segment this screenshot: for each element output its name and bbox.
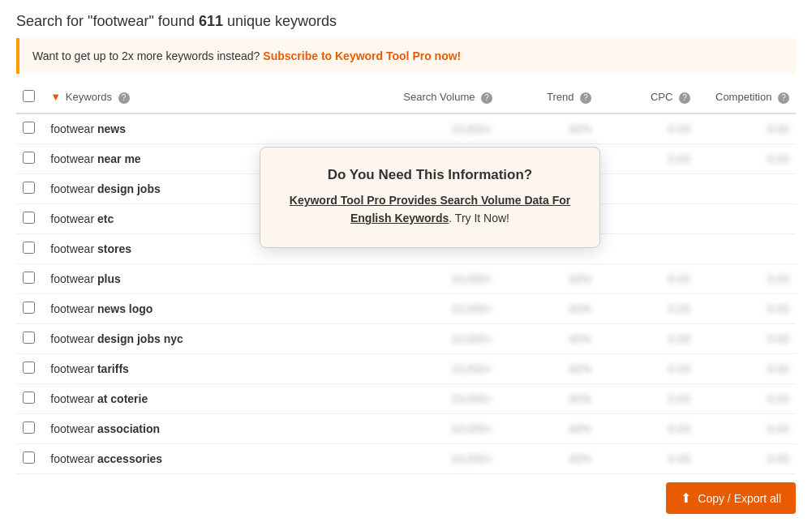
trend-cell: 40% <box>499 354 598 384</box>
competition-cell <box>697 234 796 264</box>
sv-value: 10,000+ <box>451 452 492 465</box>
cpc-info-icon[interactable]: ? <box>679 92 690 104</box>
competition-cell: 0.00 <box>697 354 796 384</box>
cpc-cell: 0.00 <box>598 414 697 444</box>
keyword-bold: association <box>97 422 160 435</box>
keyword-cell: footwear plus <box>44 264 385 294</box>
competition-value: 0.00 <box>767 302 789 315</box>
copy-export-button[interactable]: ⬆ Copy / Export all <box>666 482 796 514</box>
row-checkbox[interactable] <box>23 182 35 194</box>
banner-text: Want to get up to 2x more keywords inste… <box>32 49 263 62</box>
row-checkbox[interactable] <box>23 152 35 164</box>
cpc-value: 0.00 <box>668 362 690 375</box>
trend-cell: 40% <box>499 113 598 144</box>
keyword-prefix: footwear <box>50 212 97 225</box>
trend-column-header: Trend <box>547 91 574 103</box>
trend-value: 40% <box>569 272 591 285</box>
trend-value: 40% <box>569 302 591 315</box>
competition-cell <box>697 174 796 204</box>
cpc-cell <box>598 174 697 204</box>
header-text-before: Search for "footwear" found <box>16 13 199 29</box>
table-row: footwear accessories10,000+40%0.000.00 <box>16 444 796 474</box>
popup-body: Keyword Tool Pro Provides Search Volume … <box>285 191 575 228</box>
cpc-cell: 0.00 <box>598 324 697 354</box>
sv-cell: 10,000+ <box>386 414 499 444</box>
select-all-checkbox[interactable] <box>23 90 35 102</box>
keyword-bold: tariffs <box>97 362 129 375</box>
table-row: footwear plus10,000+40%0.000.00 <box>16 264 796 294</box>
row-checkbox[interactable] <box>23 392 35 404</box>
competition-cell: 0.00 <box>697 444 796 474</box>
row-checkbox[interactable] <box>23 421 35 434</box>
keyword-prefix: footwear <box>50 362 97 375</box>
trend-value: 40% <box>569 332 591 345</box>
keyword-cell: footwear at coterie <box>44 384 385 414</box>
keyword-bold: etc <box>97 212 114 225</box>
keyword-bold: design jobs nyc <box>97 332 183 345</box>
row-checkbox[interactable] <box>23 272 35 284</box>
competition-value: 0.00 <box>767 152 789 165</box>
keywords-table: ▼ Keywords ? Search Volume ? Trend ? CPC… <box>16 82 796 474</box>
competition-cell: 0.00 <box>697 414 796 444</box>
cpc-cell <box>598 204 697 234</box>
table-row: footwear association10,000+40%0.000.00 <box>16 414 796 444</box>
row-checkbox[interactable] <box>23 242 35 254</box>
row-checkbox[interactable] <box>23 332 35 344</box>
competition-column-header: Competition <box>715 91 771 103</box>
keywords-table-wrap: ▼ Keywords ? Search Volume ? Trend ? CPC… <box>16 82 796 474</box>
row-checkbox[interactable] <box>23 212 35 224</box>
row-checkbox[interactable] <box>23 451 35 464</box>
sv-cell: 10,000+ <box>386 264 499 294</box>
keyword-prefix: footwear <box>50 422 97 435</box>
keywords-column-header: Keywords <box>66 91 112 103</box>
keyword-bold: near me <box>97 152 141 165</box>
competition-cell: 0.00 <box>697 144 796 174</box>
cpc-cell: 0.00 <box>598 354 697 384</box>
competition-value: 0.00 <box>767 422 789 435</box>
keyword-cell: footwear accessories <box>44 444 385 474</box>
cpc-cell <box>598 234 697 264</box>
sv-value: 10,000+ <box>451 302 492 315</box>
keyword-prefix: footwear <box>50 242 97 255</box>
trend-cell: 40% <box>499 384 598 414</box>
keyword-bold: accessories <box>97 452 162 465</box>
sv-value: 10,000+ <box>451 392 492 405</box>
sv-cell: 10,000+ <box>386 294 499 324</box>
trend-cell: 40% <box>499 264 598 294</box>
competition-value: 0.00 <box>767 272 789 285</box>
sv-info-icon[interactable]: ? <box>481 92 492 104</box>
cpc-cell: 0.00 <box>598 144 697 174</box>
competition-cell <box>697 204 796 234</box>
cpc-value: 0.00 <box>668 332 690 345</box>
keyword-cell: footwear tariffs <box>44 354 385 384</box>
page-header: Search for "footwear" found 611 unique k… <box>0 0 812 38</box>
sv-value: 10,000+ <box>451 332 492 345</box>
copy-export-label: Copy / Export all <box>698 492 781 505</box>
keyword-bold: design jobs <box>97 182 161 195</box>
table-row: footwear news10,000+40%0.000.00 <box>16 113 796 144</box>
table-row: footwear news logo10,000+40%0.000.00 <box>16 294 796 324</box>
popup-link[interactable]: Keyword Tool Pro Provides Search Volume … <box>290 194 570 225</box>
competition-info-icon[interactable]: ? <box>778 92 789 104</box>
sv-cell: 10,000+ <box>386 324 499 354</box>
row-checkbox[interactable] <box>23 122 35 134</box>
table-row: footwear at coterie10,000+40%0.000.00 <box>16 384 796 414</box>
competition-cell: 0.00 <box>697 324 796 354</box>
cpc-value: 0.00 <box>668 152 690 165</box>
cpc-value: 0.00 <box>668 392 690 405</box>
sv-value: 10,000+ <box>451 272 492 285</box>
competition-value: 0.00 <box>767 332 789 345</box>
keywords-info-icon[interactable]: ? <box>118 92 130 104</box>
trend-cell: 40% <box>499 324 598 354</box>
keyword-cell: footwear news <box>44 113 385 144</box>
competition-value: 0.00 <box>767 122 789 135</box>
subscribe-link[interactable]: Subscribe to Keyword Tool Pro now! <box>263 49 461 62</box>
sv-value: 10,000+ <box>451 422 492 435</box>
row-checkbox[interactable] <box>23 362 35 374</box>
row-checkbox[interactable] <box>23 302 35 314</box>
trend-info-icon[interactable]: ? <box>580 92 591 104</box>
trend-cell: 40% <box>499 414 598 444</box>
cpc-value: 0.00 <box>668 122 690 135</box>
footer-bar: ⬆ Copy / Export all <box>650 474 812 522</box>
keyword-prefix: footwear <box>50 392 97 405</box>
